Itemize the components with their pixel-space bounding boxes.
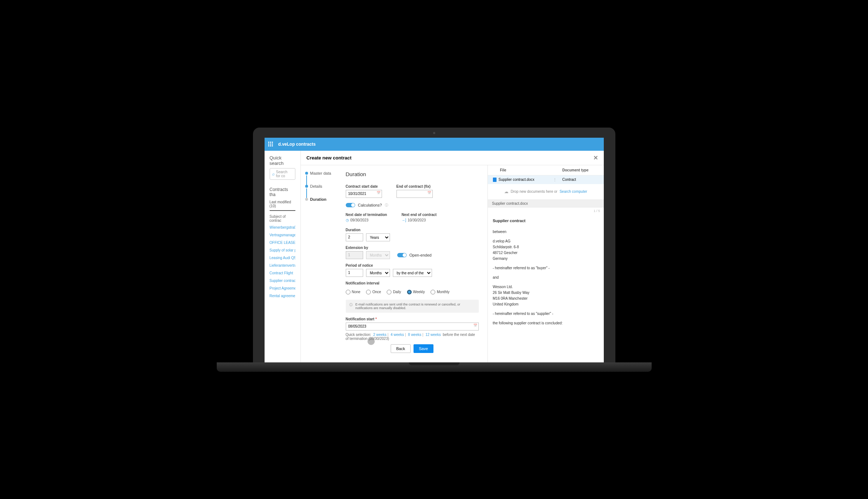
contract-link[interactable]: OFFICE LEASE AGR bbox=[270, 241, 295, 245]
form-panel: Duration Contract start date End of cont… bbox=[337, 165, 488, 362]
search-input[interactable]: Search for co bbox=[270, 168, 295, 180]
contract-link[interactable]: Wienerbergstraße bbox=[270, 225, 295, 229]
top-bar: d.veLop contracts bbox=[265, 138, 604, 151]
page-indicator: 1 / 5 bbox=[488, 208, 604, 214]
openended-toggle[interactable] bbox=[397, 253, 407, 257]
file-type: Contract bbox=[562, 178, 599, 182]
notif-start-input[interactable] bbox=[346, 323, 479, 330]
contracts-heading: Contracts tha bbox=[270, 187, 295, 197]
next-end-label: Next end of contract bbox=[402, 213, 437, 217]
duration-label: Duration bbox=[346, 228, 479, 232]
contract-list: Wienerbergstraße Vertragsmanagem OFFICE … bbox=[270, 225, 295, 298]
contract-link[interactable]: Lieferantenvertrag bbox=[270, 263, 295, 267]
step-details[interactable]: Details bbox=[305, 184, 333, 188]
close-icon[interactable]: ✕ bbox=[593, 154, 598, 161]
create-contract-modal: Create new contract ✕ Master data Detail… bbox=[301, 151, 604, 362]
document-preview: Supplier contract between d.velop AG Sch… bbox=[488, 214, 604, 362]
subject-label: Subject of contrac bbox=[270, 215, 295, 223]
next-termination-label: Next date of termination bbox=[346, 213, 387, 217]
modal-title: Create new contract bbox=[307, 155, 352, 161]
file-menu-icon[interactable]: ⋮ bbox=[553, 178, 557, 182]
file-name: Supplier contract.docx bbox=[499, 178, 551, 182]
form-heading: Duration bbox=[346, 171, 479, 177]
file-row[interactable]: Supplier contract.docx ⋮ Contract bbox=[488, 175, 604, 184]
preview-filename: Supplier contract.docx bbox=[488, 199, 604, 208]
drop-zone[interactable]: ☁ Drop new documents here or Search comp… bbox=[488, 184, 604, 199]
file-column-header: File bbox=[493, 168, 562, 172]
calculations-label: Calculations? bbox=[358, 203, 382, 207]
notice-unit-select[interactable]: Months bbox=[366, 269, 390, 277]
next-termination-value: 09/30/2023 bbox=[350, 218, 369, 222]
contract-link[interactable]: Rental agreement bbox=[270, 294, 295, 298]
contract-link[interactable]: Supply of solar pa bbox=[270, 248, 295, 252]
interval-once[interactable]: Once bbox=[366, 288, 381, 296]
arrow-icon: →] bbox=[402, 218, 406, 222]
end-fix-label: End of contract (fix) bbox=[396, 184, 433, 188]
step-duration[interactable]: Duration bbox=[305, 197, 333, 201]
type-column-header: Document type bbox=[562, 168, 599, 172]
preview-panel: File Document type Supplier contract.doc… bbox=[488, 165, 604, 362]
interval-weekly[interactable]: Weekly bbox=[407, 288, 425, 296]
doc-title: Supplier contract bbox=[493, 218, 599, 224]
brand-suffix: contracts bbox=[296, 142, 316, 147]
file-icon bbox=[493, 178, 497, 182]
interval-none[interactable]: None bbox=[346, 288, 361, 296]
openended-label: Open-ended bbox=[410, 253, 432, 257]
contract-link[interactable]: Project Agreement bbox=[270, 286, 295, 290]
cloud-icon: ☁ bbox=[504, 189, 508, 194]
extension-value-input bbox=[346, 251, 363, 259]
quick-2w[interactable]: 2 weeks bbox=[373, 333, 387, 337]
calculations-toggle[interactable] bbox=[346, 203, 355, 207]
tab-last-modified[interactable]: Last modified (10) bbox=[270, 200, 295, 211]
quick-4w[interactable]: 4 weeks bbox=[391, 333, 404, 337]
app-launcher-icon[interactable] bbox=[268, 142, 273, 147]
stepper: Master data Details Duration bbox=[301, 165, 337, 362]
extension-unit-select: Months bbox=[366, 251, 390, 259]
contract-link[interactable]: Vertragsmanagem bbox=[270, 233, 295, 237]
brand-name: d.veLop bbox=[278, 142, 295, 147]
notif-start-label: Notification start bbox=[346, 317, 374, 321]
interval-daily[interactable]: Daily bbox=[387, 288, 401, 296]
notice-by-select[interactable]: by the end of the contract bbox=[393, 269, 432, 277]
extension-label: Extension by bbox=[346, 246, 479, 250]
interval-monthly[interactable]: Monthly bbox=[431, 288, 449, 296]
clock-icon: ◷ bbox=[346, 218, 349, 222]
duration-unit-select[interactable]: Years bbox=[366, 233, 390, 241]
next-end-value: 10/30/2023 bbox=[408, 218, 426, 222]
end-fix-input[interactable] bbox=[396, 190, 433, 198]
quick-search-heading: Quick search bbox=[270, 155, 295, 166]
contract-link[interactable]: Supplier contract c bbox=[270, 279, 295, 283]
step-master-data[interactable]: Master data bbox=[305, 171, 333, 175]
quick-12w[interactable]: 12 weeks bbox=[425, 333, 441, 337]
back-button[interactable]: Back bbox=[391, 344, 410, 353]
notification-info: E-mail notifications are sent until the … bbox=[346, 300, 479, 313]
left-sidebar: Quick search Search for co Contracts tha… bbox=[265, 151, 301, 362]
interval-label: Notification interval bbox=[346, 281, 479, 285]
contract-start-input[interactable] bbox=[346, 190, 382, 198]
contract-link[interactable]: Contract Flight bbox=[270, 271, 295, 275]
info-icon[interactable]: ⓘ bbox=[385, 203, 388, 208]
contract-start-label: Contract start date bbox=[346, 184, 382, 188]
search-computer-link[interactable]: Search computer bbox=[560, 190, 587, 194]
duration-value-input[interactable] bbox=[346, 233, 363, 241]
quick-label: Quick selection: bbox=[346, 333, 371, 337]
notice-value-input[interactable] bbox=[346, 269, 363, 277]
contract-link[interactable]: Leasing Audi Q5 bbox=[270, 256, 295, 260]
notice-label: Period of notice bbox=[346, 263, 479, 267]
quick-8w[interactable]: 8 weeks bbox=[408, 333, 421, 337]
save-button[interactable]: Save bbox=[414, 344, 433, 353]
